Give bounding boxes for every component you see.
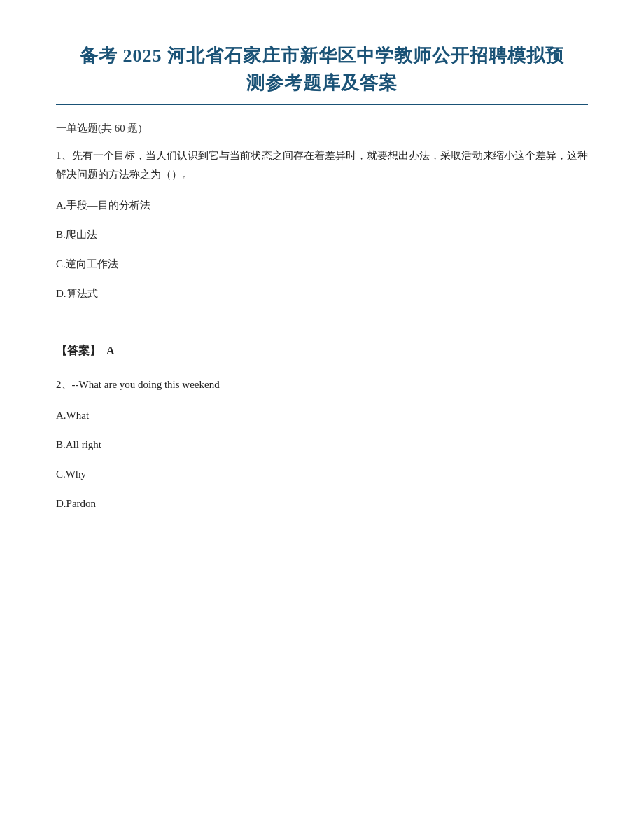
page-container: 备考 2025 河北省石家庄市新华区中学教师公开招聘模拟预 测参考题库及答案 一… [0, 0, 644, 834]
answer-1-prefix: 【答案】 [56, 345, 101, 356]
question-2-text: 2、--What are you doing this weekend [56, 375, 588, 394]
question-2-body: --What are you doing this weekend [72, 379, 220, 390]
question-2-option-b: B.All right [56, 436, 588, 453]
q2-option-d-label: D. [56, 498, 66, 509]
answer-1-value: A [106, 345, 115, 356]
q2-option-c-text: Why [66, 468, 86, 480]
question-1-body: 先有一个目标，当人们认识到它与当前状态之间存在着差异时，就要想出办法，采取活动来… [56, 150, 588, 180]
question-1-text: 1、先有一个目标，当人们认识到它与当前状态之间存在着差异时，就要想出办法，采取活… [56, 146, 588, 184]
option-b-label: B. [56, 229, 66, 240]
answer-1-text: 【答案】 A [56, 344, 588, 359]
question-2-option-d: D.Pardon [56, 495, 588, 512]
question-1-block: 1、先有一个目标，当人们认识到它与当前状态之间存在着差异时，就要想出办法，采取活… [56, 146, 588, 302]
title-section: 备考 2025 河北省石家庄市新华区中学教师公开招聘模拟预 测参考题库及答案 [56, 42, 588, 97]
option-b-text: 爬山法 [66, 229, 97, 240]
q2-option-a-text: What [66, 410, 89, 421]
answer-1-block: 【答案】 A [56, 344, 588, 359]
option-c-label: C. [56, 258, 66, 270]
q2-option-b-text: All right [66, 439, 102, 450]
q2-option-c-label: C. [56, 468, 66, 480]
title-divider [56, 104, 588, 105]
q2-option-b-label: B. [56, 439, 66, 450]
question-2-option-c: C.Why [56, 466, 588, 482]
question-1-option-d: D.算法式 [56, 285, 588, 302]
title-line2: 测参考题库及答案 [246, 73, 398, 93]
q2-option-a-label: A. [56, 410, 66, 421]
option-c-text: 逆向工作法 [66, 258, 118, 270]
title-line1: 备考 2025 河北省石家庄市新华区中学教师公开招聘模拟预 [80, 46, 564, 66]
question-1-number: 1、 [56, 150, 72, 161]
question-1-option-a: A.手段—目的分析法 [56, 197, 588, 214]
question-2-number: 2、 [56, 379, 72, 390]
question-2-block: 2、--What are you doing this weekend A.Wh… [56, 375, 588, 512]
option-d-text: 算法式 [66, 288, 98, 299]
main-title: 备考 2025 河北省石家庄市新华区中学教师公开招聘模拟预 测参考题库及答案 [56, 42, 588, 97]
question-1-option-b: B.爬山法 [56, 226, 588, 243]
option-a-text: 手段—目的分析法 [66, 200, 150, 211]
option-d-label: D. [56, 288, 66, 299]
section-label: 一单选题(共 60 题) [56, 122, 588, 135]
question-1-option-c: C.逆向工作法 [56, 256, 588, 272]
option-a-label: A. [56, 200, 66, 211]
q2-option-d-text: Pardon [66, 498, 97, 509]
question-2-option-a: A.What [56, 407, 588, 424]
